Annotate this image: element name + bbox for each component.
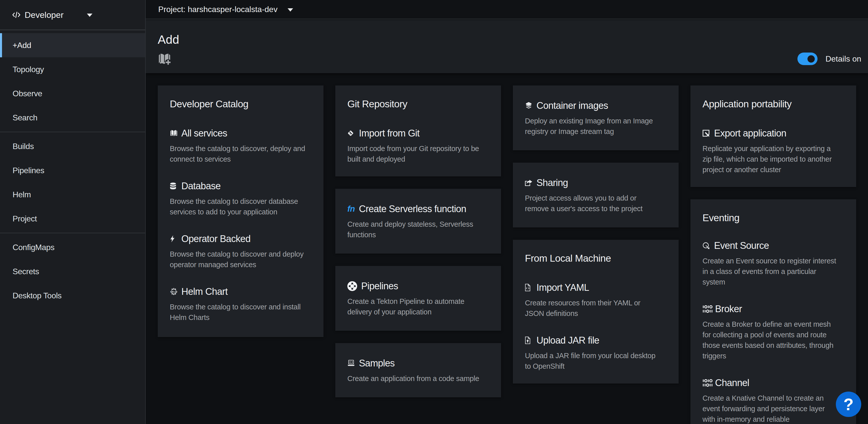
svg-text:HELM: HELM <box>170 290 177 293</box>
